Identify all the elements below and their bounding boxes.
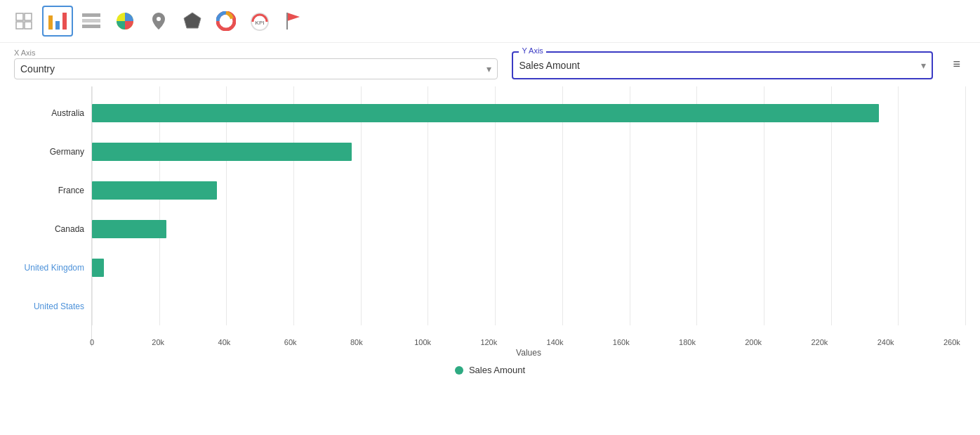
bar-row [92,218,966,240]
x-label-7: 140k [541,338,569,346]
x-label-1: 20k [144,338,172,346]
x-label-0: 0 [78,338,106,346]
bar-germany[interactable] [92,143,352,161]
legend: Sales Amount [0,361,980,381]
ring-chart-icon[interactable] [211,6,241,37]
bar-australia[interactable] [92,104,879,122]
x-label-10: 200k [739,338,767,346]
y-label-canada: Canada [55,212,84,246]
list-table-icon[interactable] [76,6,107,37]
table-icon[interactable] [8,6,39,37]
bar-france[interactable] [92,181,217,200]
location-pin-icon[interactable] [143,6,174,37]
x-label-12: 240k [872,338,900,346]
x-label-5: 100k [409,338,437,346]
svg-rect-6 [62,13,67,30]
svg-rect-8 [82,19,100,22]
chart-area: AustraliaGermanyFranceCanadaUnited Kingd… [0,79,980,361]
bar-row [92,295,966,318]
svg-text:KPI: KPI [256,20,265,26]
x-label-8: 160k [607,338,635,346]
svg-rect-3 [25,22,32,29]
bar-chart-icon[interactable] [42,6,73,37]
x-label-3: 60k [277,338,305,346]
y-axis-value: Sales Amount [519,60,918,71]
x-label-6: 120k [475,338,503,346]
y-axis-label: Y Axis [519,46,545,55]
svg-point-11 [157,17,161,21]
x-label-11: 220k [805,338,833,346]
chart-plot: 020k40k60k80k100k120k140k160k180k200k220… [91,86,966,346]
bar-united-kingdom[interactable] [92,259,104,277]
bar-row [92,102,966,124]
bar-canada[interactable] [92,220,166,238]
y-label-germany: Germany [50,135,84,169]
x-axis-title: Values [14,346,966,361]
x-axis-control: X Axis Country ▾ [14,48,498,79]
svg-marker-16 [287,13,300,21]
y-axis-select-row[interactable]: Sales Amount ▾ [519,56,926,75]
x-label-4: 80k [343,338,371,346]
svg-rect-9 [82,25,100,28]
legend-dot [455,366,463,375]
toolbar: KPI [0,0,980,43]
legend-label: Sales Amount [469,365,525,375]
pentagon-icon[interactable] [177,6,208,37]
controls-row: X Axis Country ▾ Y Axis Sales Amount ▾ ≡ [0,43,980,79]
bar-row [92,141,966,163]
y-label-united-kingdom[interactable]: United Kingdom [25,251,84,285]
bar-row [92,179,966,202]
y-label-france: France [58,174,84,207]
x-axis-value: Country [20,63,484,74]
bar-row [92,257,966,279]
x-axis-labels: 020k40k60k80k100k120k140k160k180k200k220… [92,325,966,346]
x-label-9: 180k [673,338,701,346]
y-axis-dropdown-arrow[interactable]: ▾ [921,60,926,71]
chart-container: AustraliaGermanyFranceCanadaUnited Kingd… [14,86,966,346]
pie-chart-icon[interactable] [110,6,140,37]
svg-marker-12 [184,13,201,28]
y-axis-control: Y Axis Sales Amount ▾ [512,51,933,79]
y-axis-labels: AustraliaGermanyFranceCanadaUnited Kingd… [14,86,91,346]
svg-rect-1 [25,13,32,20]
x-axis-select-row[interactable]: Country ▾ [14,58,498,79]
x-axis-label: X Axis [14,48,498,57]
x-axis-dropdown-arrow[interactable]: ▾ [486,63,491,74]
svg-rect-2 [16,22,23,29]
svg-rect-5 [55,21,60,30]
svg-rect-4 [48,15,53,30]
x-label-13: 260k [938,338,966,346]
menu-icon[interactable]: ≡ [947,54,966,74]
y-label-australia: Australia [51,96,84,130]
flag-icon[interactable] [278,6,309,37]
gauge-icon[interactable]: KPI [244,6,275,37]
bars-container [92,93,966,325]
y-label-united-states[interactable]: United States [34,290,84,323]
x-label-2: 40k [210,338,238,346]
svg-rect-0 [16,13,23,20]
svg-rect-7 [82,13,100,17]
